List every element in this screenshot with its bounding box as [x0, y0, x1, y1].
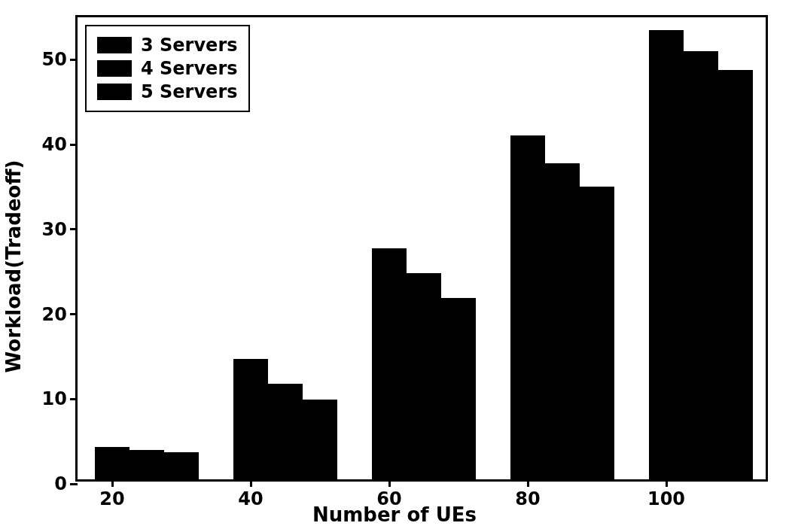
bar: [510, 135, 545, 479]
y-tick: [70, 483, 78, 485]
y-tick-label: 0: [54, 473, 67, 494]
legend-label: 3 Servers: [141, 35, 238, 56]
legend-item: 4 Servers: [97, 58, 238, 79]
x-tick: [388, 479, 391, 487]
y-tick-label: 50: [42, 49, 67, 70]
y-tick-label: 30: [42, 219, 67, 240]
y-tick-label: 20: [42, 304, 67, 325]
legend-box: 3 Servers4 Servers5 Servers: [85, 25, 250, 112]
bar: [441, 298, 476, 479]
legend-label: 5 Servers: [141, 81, 238, 102]
plot-area: 3 Servers4 Servers5 Servers 010203040502…: [75, 15, 768, 482]
bar: [268, 384, 303, 479]
bar: [95, 447, 129, 479]
bar: [718, 70, 753, 479]
y-tick-label: 10: [42, 388, 67, 409]
x-tick: [250, 479, 252, 487]
legend-swatch: [97, 37, 132, 53]
y-tick: [70, 398, 78, 400]
bar: [545, 163, 580, 479]
legend-item: 3 Servers: [97, 35, 238, 56]
x-tick-label: 100: [647, 488, 685, 509]
y-tick: [70, 313, 78, 315]
legend-swatch: [97, 84, 132, 100]
bar: [233, 359, 268, 479]
y-tick: [70, 228, 78, 230]
bar: [164, 452, 199, 479]
chart-container: 3 Servers4 Servers5 Servers 010203040502…: [0, 0, 789, 532]
x-tick-label: 40: [238, 488, 263, 509]
x-tick: [111, 479, 114, 487]
bar: [372, 248, 407, 479]
x-tick-label: 80: [515, 488, 540, 509]
legend-item: 5 Servers: [97, 81, 238, 102]
bar: [580, 187, 614, 479]
y-axis-label: Workload(Tradeoff): [2, 160, 25, 372]
legend-label: 4 Servers: [141, 58, 238, 79]
x-tick-label: 20: [99, 488, 124, 509]
bar: [684, 51, 718, 479]
legend-swatch: [97, 60, 132, 77]
bar: [303, 400, 337, 479]
bar: [649, 30, 684, 479]
y-tick: [70, 144, 78, 146]
x-tick: [666, 479, 668, 487]
y-tick: [70, 59, 78, 61]
bar: [129, 450, 164, 479]
bar: [407, 273, 441, 479]
x-axis-label: Number of UEs: [312, 503, 477, 526]
y-tick-label: 40: [42, 134, 67, 155]
x-tick: [527, 479, 529, 487]
